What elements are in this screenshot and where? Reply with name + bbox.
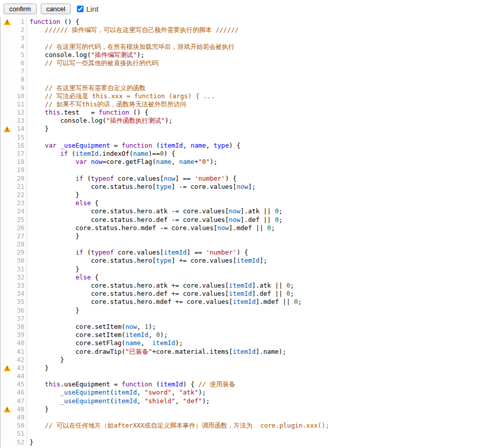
code-line[interactable]: 50 // 可以在任何地方（如afterXXX或自定义脚本事件）调用函数，方法为… xyxy=(1,422,490,430)
code-line[interactable]: 5 console.log("插件编写测试"); xyxy=(1,51,490,59)
code-line[interactable]: 41 core.drawTip("已装备"+core.material.item… xyxy=(1,348,490,356)
code-text xyxy=(27,430,30,438)
code-editor[interactable]: !1function () {2 ////// 插件编写，可以在这里写自己额外需… xyxy=(0,17,490,448)
line-number: 47 xyxy=(14,397,27,405)
confirm-button[interactable]: confirm xyxy=(4,4,37,14)
line-number: 11 xyxy=(14,100,27,108)
code-line[interactable]: 26 core.status.hero.mdef -= core.values[… xyxy=(1,224,490,232)
lint-toggle[interactable]: Lint xyxy=(77,5,98,13)
line-number: 39 xyxy=(14,331,27,339)
code-line[interactable]: 24 core.status.hero.atk -= core.values[n… xyxy=(1,207,490,215)
lint-warning-icon[interactable]: ! xyxy=(4,406,11,412)
code-line[interactable]: 8 xyxy=(1,75,490,83)
code-line[interactable]: 12 this.test = function () { xyxy=(1,108,490,117)
gutter-marker-cell xyxy=(1,67,14,75)
gutter-marker-cell xyxy=(1,158,14,166)
code-line[interactable]: 36 } xyxy=(1,306,490,315)
code-line[interactable]: 25 core.status.hero.def -= core.values[n… xyxy=(1,216,490,224)
code-line[interactable]: 33 core.status.hero.atk += core.values[i… xyxy=(1,282,490,290)
code-line[interactable]: 42 } xyxy=(1,356,490,364)
gutter-marker-cell xyxy=(1,248,14,257)
code-line[interactable]: 29 if (typeof core.values[itemId] == 'nu… xyxy=(1,248,490,257)
code-line[interactable]: !43 } xyxy=(1,364,490,372)
cancel-button[interactable]: cancel xyxy=(41,4,71,14)
gutter-marker-cell xyxy=(1,257,14,265)
code-line[interactable]: 20 if (typeof core.values[now] == 'numbe… xyxy=(1,175,490,183)
code-line[interactable]: 47 _useEquipment(itemId, "shield", "def"… xyxy=(1,397,490,405)
line-number: 4 xyxy=(14,43,27,51)
code-line[interactable]: !14 } xyxy=(1,125,490,133)
lint-warning-icon[interactable]: ! xyxy=(4,19,11,25)
code-line[interactable]: 2 ////// 插件编写，可以在这里写自己额外需要执行的脚本 ////// xyxy=(1,26,490,34)
code-line[interactable]: 13 console.log("插件函数执行测试"); xyxy=(1,117,490,125)
code-line[interactable]: 32 else { xyxy=(1,273,490,282)
code-text: core.status.hero.def += core.values[item… xyxy=(27,290,294,298)
code-text: _useEquipment(itemId, "sword", "atk"); xyxy=(27,388,206,397)
code-line[interactable]: 3 xyxy=(1,34,490,42)
code-line[interactable]: 6 // 可以写一些其他的被直接执行的代码 xyxy=(1,59,490,67)
code-line[interactable]: 27 } xyxy=(1,232,490,240)
lint-checkbox[interactable] xyxy=(77,6,84,12)
code-text: core.status.hero[type] -= core.values[no… xyxy=(27,183,256,191)
code-line[interactable]: 49 xyxy=(1,413,490,422)
line-number: 38 xyxy=(14,323,27,331)
gutter-marker-cell: ! xyxy=(1,405,14,413)
code-text: core.status.hero.mdef -= core.values[now… xyxy=(27,224,275,232)
code-line[interactable]: 39 core.setItem(itemId, 0); xyxy=(1,331,490,339)
code-line[interactable]: 10 // 写法必须是 this.xxx = function (args) {… xyxy=(1,92,490,100)
line-number: 7 xyxy=(14,67,27,75)
code-text: if (itemId.indexOf(name)==0) { xyxy=(27,150,175,158)
lint-warning-icon[interactable]: ! xyxy=(4,126,11,132)
code-line[interactable]: 30 core.status.hero[type] += core.values… xyxy=(1,257,490,265)
code-line[interactable]: !48 } xyxy=(1,405,490,413)
gutter-marker-cell xyxy=(1,84,14,92)
code-line[interactable]: 52} xyxy=(1,438,490,446)
line-number: 37 xyxy=(14,315,27,323)
code-line[interactable]: 28 xyxy=(1,240,490,248)
lint-warning-icon[interactable]: ! xyxy=(4,365,11,371)
line-number: 34 xyxy=(14,290,27,298)
code-line[interactable]: 4 // 在这里写的代码，在所有模块加载完毕后，游戏开始前会被执行 xyxy=(1,43,490,51)
code-line[interactable]: 22 } xyxy=(1,191,490,199)
code-line[interactable]: 31 } xyxy=(1,265,490,273)
code-line[interactable]: 18 var now=core.getFlag(name, name+"0"); xyxy=(1,158,490,166)
line-number: 48 xyxy=(14,405,27,413)
code-line[interactable]: 9 // 在这里写所有需要自定义的函数 xyxy=(1,84,490,92)
code-line[interactable]: 23 else { xyxy=(1,199,490,207)
code-text: // 如果不写this的话，函数将无法被外部所访问 xyxy=(27,100,186,108)
code-text: if (typeof core.values[itemId] == 'numbe… xyxy=(27,248,248,257)
code-line[interactable]: 38 core.setItem(now, 1); xyxy=(1,323,490,331)
line-number: 41 xyxy=(14,348,27,356)
code-line[interactable]: 11 // 如果不写this的话，函数将无法被外部所访问 xyxy=(1,100,490,108)
code-line[interactable]: 19 xyxy=(1,166,490,174)
code-line[interactable]: 51 xyxy=(1,430,490,438)
line-number: 45 xyxy=(14,380,27,388)
line-number: 43 xyxy=(14,364,27,372)
code-line[interactable]: 17 if (itemId.indexOf(name)==0) { xyxy=(1,150,490,158)
code-text: ////// 插件编写，可以在这里写自己额外需要执行的脚本 ////// xyxy=(27,26,238,34)
code-line[interactable]: 40 core.setFlag(name, itemId); xyxy=(1,339,490,347)
gutter-marker-cell xyxy=(1,438,14,446)
code-text: // 可以在任何地方（如afterXXX或自定义脚本事件）调用函数，方法为 co… xyxy=(27,422,329,430)
code-text: core.status.hero[type] += core.values[it… xyxy=(27,257,267,265)
code-line[interactable]: 46 _useEquipment(itemId, "sword", "atk")… xyxy=(1,388,490,397)
gutter-marker-cell xyxy=(1,273,14,282)
code-line[interactable]: 16 var _useEquipment = function (itemId,… xyxy=(1,142,490,150)
gutter-marker-cell xyxy=(1,413,14,422)
code-text: if (typeof core.values[now] == 'number')… xyxy=(27,175,236,183)
line-number: 8 xyxy=(14,75,27,83)
code-line[interactable]: 15 xyxy=(1,133,490,142)
code-line[interactable]: 44 xyxy=(1,372,490,380)
code-line[interactable]: 45 this.useEquipment = function (itemId)… xyxy=(1,380,490,388)
gutter-marker-cell xyxy=(1,224,14,232)
code-line[interactable]: !1function () { xyxy=(1,18,490,26)
code-line[interactable]: 21 core.status.hero[type] -= core.values… xyxy=(1,183,490,191)
code-line[interactable]: 35 core.status.hero.mdef += core.values[… xyxy=(1,298,490,306)
code-line[interactable]: 34 core.status.hero.def += core.values[i… xyxy=(1,290,490,298)
line-number: 29 xyxy=(14,248,27,257)
code-text: core.status.hero.mdef += core.values[ite… xyxy=(27,298,302,306)
code-text: core.status.hero.def -= core.values[now]… xyxy=(27,216,283,224)
code-line[interactable]: 37 xyxy=(1,315,490,323)
gutter-marker-cell xyxy=(1,166,14,174)
code-line[interactable]: 7 xyxy=(1,67,490,75)
